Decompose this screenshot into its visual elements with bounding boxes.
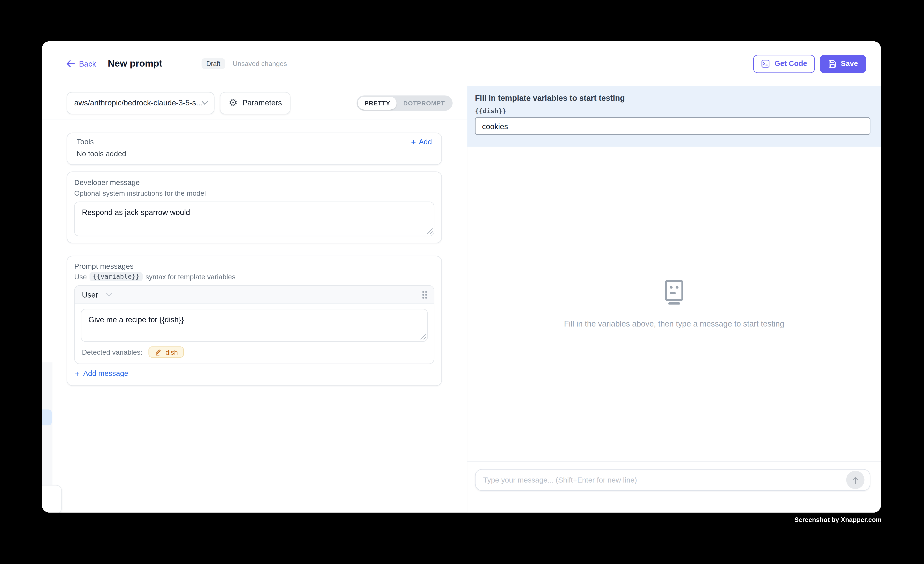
message-block: User G [74,285,435,364]
save-icon [828,59,837,68]
resize-grip[interactable] [420,333,426,339]
message-body: Give me a recipe for {{dish}} Detected v… [75,304,434,363]
toggle-dotprompt[interactable]: DOTPROMPT [397,96,451,110]
save-label: Save [841,59,858,68]
terminal-icon [761,59,770,69]
editor-panel: aws/anthropic/bedrock-claude-3-5-s... ⚙ … [42,86,466,513]
hint-suffix: syntax for template variables [146,273,236,281]
back-arrow-icon [67,60,75,67]
unsaved-changes-note: Unsaved changes [232,60,287,67]
variable-badge-label: dish [165,349,178,356]
plus-icon: + [411,138,416,146]
dish-variable-label: {{dish}} [475,107,870,115]
header-actions: Get Code Save [753,55,866,73]
prompt-messages-title: Prompt messages [74,262,435,270]
chat-empty-state: Fill in the variables above, then type a… [467,147,881,461]
chevron-down-icon [202,101,208,105]
page-title: New prompt [108,58,162,69]
variable-badge-dish[interactable]: dish [148,346,184,358]
detected-variables-label: Detected variables: [82,348,142,356]
user-message-textarea[interactable]: Give me a recipe for {{dish}} [81,309,428,342]
plus-icon: + [75,369,80,378]
get-code-button[interactable]: Get Code [753,55,815,73]
parameters-button[interactable]: ⚙ Parameters [220,92,291,114]
resize-grip[interactable] [427,228,433,234]
add-tool-button[interactable]: + Add [411,138,432,146]
detected-variables-row: Detected variables: dish [81,346,428,358]
gear-icon: ⚙ [229,98,238,108]
main-split: aws/anthropic/bedrock-claude-3-5-s... ⚙ … [42,86,881,513]
tools-empty-text: No tools added [76,150,432,158]
parameters-label: Parameters [242,99,282,107]
bot-icon [664,280,684,304]
dish-variable-input[interactable] [475,117,870,135]
drag-handle-icon[interactable] [421,290,428,299]
chat-input-bar [467,461,881,513]
variable-code-pill: {{variable}} [90,272,142,281]
developer-message-textarea[interactable]: Respond as jack sparrow would [74,202,435,236]
prompt-messages-card: Prompt messages Use {{variable}} syntax … [67,256,442,386]
add-tool-label: Add [419,138,432,146]
pencil-icon [154,348,162,356]
chat-empty-text: Fill in the variables above, then type a… [564,320,784,328]
developer-message-title: Developer message [74,178,435,187]
variable-syntax-hint: Use {{variable}} syntax for template var… [74,272,435,281]
test-panel: Fill in template variables to start test… [466,86,881,513]
variables-heading: Fill in template variables to start test… [475,94,870,102]
back-label: Back [79,59,96,68]
left-edge-card [42,485,62,513]
role-value: User [82,290,98,299]
chevron-down-icon [106,293,112,297]
role-select[interactable]: User [82,290,112,299]
editor-scroll-area: Tools + Add No tools added Developer mes… [42,120,466,513]
message-header: User [75,286,434,304]
screenshot-stage: Back New prompt Draft Unsaved changes Ge… [0,0,924,564]
add-message-label: Add message [83,369,128,378]
model-toolbar: aws/anthropic/bedrock-claude-3-5-s... ⚙ … [42,86,466,120]
toggle-pretty[interactable]: PRETTY [358,96,397,110]
status-badge: Draft [202,58,225,69]
chat-message-input[interactable] [475,469,870,491]
app-window: Back New prompt Draft Unsaved changes Ge… [42,41,881,513]
developer-message-card: Developer message Optional system instru… [67,171,442,243]
developer-message-subtitle: Optional system instructions for the mod… [74,189,435,197]
status-group: Draft Unsaved changes [202,58,287,69]
view-toggle: PRETTY DOTPROMPT [357,95,453,111]
get-code-label: Get Code [774,59,807,68]
model-select[interactable]: aws/anthropic/bedrock-claude-3-5-s... [67,92,214,114]
send-button[interactable] [846,471,865,489]
hint-prefix: Use [74,273,87,281]
send-arrow-icon [852,476,859,484]
screenshot-credit: Screenshot by Xnapper.com [794,516,882,523]
model-select-value: aws/anthropic/bedrock-claude-3-5-s... [74,99,202,107]
save-button[interactable]: Save [820,55,866,73]
back-button[interactable]: Back [67,59,96,68]
left-edge-highlight [42,410,52,425]
tools-card: Tools + Add No tools added [67,132,442,165]
add-message-button[interactable]: + Add message [74,369,128,378]
tools-title: Tools [76,138,94,146]
header: Back New prompt Draft Unsaved changes Ge… [42,41,881,86]
template-variables-section: Fill in template variables to start test… [467,86,881,147]
